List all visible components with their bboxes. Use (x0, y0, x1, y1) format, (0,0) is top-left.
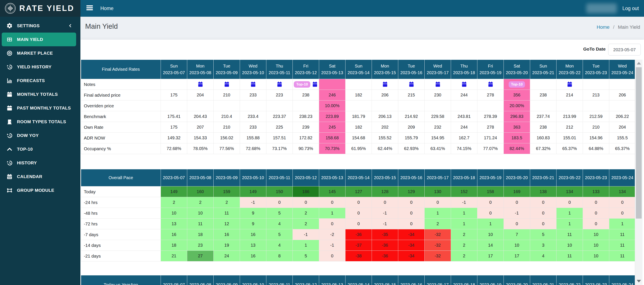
sidebar-item-forecasts[interactable]: FORECASTS (2, 74, 76, 87)
cell: -1 (372, 219, 398, 229)
cell: -34 (398, 229, 424, 240)
cell: 237.74 (530, 111, 556, 122)
cell: 18 (161, 240, 187, 251)
sidebar-item-room-types-totals[interactable]: ROOM TYPES TOTALS (2, 115, 76, 129)
note-calendar-icon[interactable] (461, 81, 467, 87)
sidebar-item-label: DOW YOY (17, 133, 39, 138)
tables-scroll-area[interactable]: Final Advised RatesSun2023-05-07Mon2023-… (81, 59, 635, 285)
date-label: 2023-05-09 (214, 70, 240, 75)
nav-home-link[interactable]: Home (100, 0, 114, 17)
cell: 0 (398, 197, 424, 208)
cell: 90.73% (293, 143, 319, 154)
cell: 210 (214, 90, 240, 100)
cell: 0 (346, 208, 372, 219)
column-header-date: Thu2023-05-11 (266, 60, 293, 79)
note-calendar-icon[interactable] (488, 81, 494, 87)
sidebar-item-group-module[interactable]: GROUP MODULE (2, 183, 76, 197)
cell: 160.83 (530, 133, 556, 143)
page-title: Main Yield (85, 22, 118, 30)
cell (240, 100, 266, 111)
sidebar-item-market-place[interactable]: MARKET PLACE (2, 46, 76, 60)
notes-cell (583, 79, 609, 90)
column-header-date: Sun2023-05-14 (346, 60, 372, 79)
goto-date-input[interactable] (608, 44, 641, 55)
sidebar-item-calendar[interactable]: CALENDAR (2, 170, 76, 183)
row-label: Benchmark (81, 111, 161, 122)
rates-table-title: Final Advised Rates (81, 60, 161, 79)
redacted-user-chip[interactable] (586, 3, 617, 13)
cell: 0 (609, 197, 635, 208)
cell: 233 (240, 90, 266, 100)
column-header-date: 2023-05-17 (424, 275, 451, 285)
cell: 278.39 (477, 111, 504, 122)
cell: 11 (609, 229, 635, 240)
cell: 206 (609, 90, 635, 100)
cell (372, 100, 398, 111)
note-calendar-icon[interactable] (567, 81, 572, 87)
note-calendar-icon[interactable] (224, 81, 230, 87)
overall-pace-table: Overall Pace2023-05-072023-05-082023-05-… (81, 169, 635, 262)
date-label: 2023-05-16 (398, 70, 424, 75)
cell: 239 (293, 122, 319, 133)
note-calendar-icon[interactable] (382, 81, 388, 87)
note-calendar-icon[interactable] (435, 81, 441, 87)
vertical-scrollbar[interactable] (635, 59, 642, 285)
cell: -32 (424, 229, 451, 240)
sidebar-item-yield-history[interactable]: YIELD HISTORY (2, 60, 76, 74)
table-row: Overriden price10.00%20.00% (81, 100, 635, 111)
cell: 2 (187, 197, 214, 208)
cell: 156.02 (214, 133, 240, 143)
sidebar-item-label: FORECASTS (17, 78, 45, 83)
sidebar-item-settings[interactable]: SETTINGS (2, 19, 76, 32)
cell: 150 (266, 186, 293, 197)
cell: -34 (398, 240, 424, 251)
note-calendar-icon[interactable] (250, 81, 256, 87)
cell: 160 (187, 186, 214, 197)
cell: -37 (346, 240, 372, 251)
cell: 213.99 (556, 111, 583, 122)
note-calendar-icon[interactable] (312, 81, 318, 87)
logout-link[interactable]: Log out (622, 0, 639, 17)
sidebar-item-top-10[interactable]: TOP-10 (2, 142, 76, 156)
cell: -38 (346, 251, 372, 262)
cell: 4 (266, 219, 293, 229)
brand-link[interactable]: RATE YIELD (0, 0, 80, 17)
sidebar-item-dow-yoy[interactable]: DOW YOY (2, 129, 76, 142)
scroll-up-arrow-icon[interactable] (637, 62, 641, 64)
column-header-date: 2023-05-12 (293, 169, 319, 186)
note-calendar-icon[interactable] (408, 81, 414, 87)
scroll-down-arrow-icon[interactable] (637, 280, 641, 283)
sidebar-item-past-monthly-totals[interactable]: PAST MONTHLY TOTALS (2, 101, 76, 115)
cell: 134 (609, 186, 635, 197)
column-header-date: 2023-05-19 (477, 275, 504, 285)
breadcrumb-home-link[interactable]: Home (596, 24, 610, 30)
scrollbar-thumb[interactable] (636, 67, 642, 219)
cell: 363 (504, 122, 530, 133)
row-label: Own Rate (81, 122, 161, 133)
chevron-left-icon[interactable] (68, 23, 73, 28)
column-header-date: Sat2023-05-13 (319, 60, 346, 79)
column-header-date: Tue2023-05-16 (398, 60, 424, 79)
cell: 17 (477, 251, 504, 262)
cell: 0 (583, 208, 609, 219)
cell: 206.13 (372, 111, 398, 122)
cell: 155.01 (556, 133, 583, 143)
notes-cell (161, 79, 187, 90)
cell: 11 (556, 251, 583, 262)
cell: -32 (424, 240, 451, 251)
cell: 3 (530, 240, 556, 251)
cell: 1 (319, 208, 346, 219)
note-calendar-icon[interactable] (277, 81, 282, 87)
note-calendar-icon[interactable] (198, 81, 203, 87)
column-header-date: 2023-05-07 (161, 169, 187, 186)
sidebar-item-monthly-totals[interactable]: MONTHLY TOTALS (2, 87, 76, 101)
column-header-date: 2023-05-14 (346, 275, 372, 285)
cell: 225 (266, 122, 293, 133)
sidebar-item-main-yield[interactable]: MAIN YIELD (2, 32, 76, 46)
cell: -1 (451, 197, 477, 208)
cell: 23 (187, 240, 214, 251)
menu-toggle-icon[interactable] (86, 5, 93, 11)
cell: 8 (266, 251, 293, 262)
sidebar-item-history[interactable]: HISTORY (2, 156, 76, 170)
cell: 11 (609, 240, 635, 251)
